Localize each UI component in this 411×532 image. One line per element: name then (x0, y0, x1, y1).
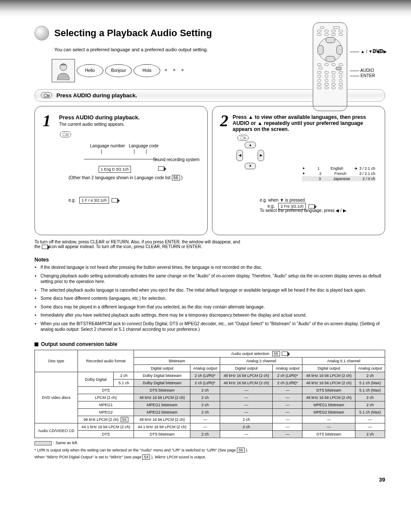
person-icon (52, 59, 75, 82)
table-legend: : Same as left. (34, 441, 385, 445)
disc-badge: DVD (373, 48, 383, 54)
step-2-number: 2 (220, 112, 228, 129)
step-2-title: Press ▲ to view other available language… (233, 114, 377, 132)
remote-illustration: ▲ / ▼ / ◀ / ▶ AUDIO ENTER (313, 22, 347, 111)
step-1-panel: 1 Press AUDIO during playback. The curre… (34, 106, 208, 235)
callout-audio: AUDIO (350, 68, 374, 73)
page-number: 39 (34, 476, 385, 483)
audio-pill-icon: ◯)) (41, 92, 52, 98)
step-1-sub: The current audio setting appears. (59, 122, 140, 127)
playback-icon (308, 204, 314, 208)
select-note: To select the preferred language, press … (260, 208, 359, 213)
notes-section: Notes If the desired language is not hea… (34, 257, 385, 333)
callout-enter: ENTER (350, 73, 375, 78)
note-item: When you use the BITSTREAM/PCM jack to c… (40, 321, 385, 333)
note-item: Immediately after you have switched play… (40, 312, 385, 318)
sphere-icon (34, 26, 49, 40)
note-item: Changing playback audio setting automati… (40, 273, 385, 285)
table-title: Output sound conversion table (34, 341, 385, 347)
step-2-panel: 2 Press ▲ to view other available langua… (212, 106, 385, 235)
language-list: ✦1English🕩 3 / 2.1 ch ✦2French3 / 2.1 ch… (302, 166, 375, 181)
lang-list-caption: e.g. when ▼ is pressed. (260, 198, 306, 202)
page-title: Selecting a Playback Audio Setting (54, 28, 212, 39)
bubble-1: Hello (77, 64, 103, 77)
playback-icon (158, 166, 164, 171)
notes-heading: Notes (34, 257, 385, 263)
example-prefix: e.g. (68, 198, 76, 202)
step-1-title: Press AUDIO during playback. (59, 114, 140, 121)
ellipsis-icon: • • • (165, 66, 186, 75)
page-subtitle: You can select a preferred language and … (54, 47, 222, 53)
dpad-icon: ▲▼◀▶ (237, 143, 263, 168)
table-footnote: * Lt/Rt is output only when the setting … (34, 448, 385, 452)
note-item: Some discs have different contents (lang… (40, 296, 385, 302)
playback-icon (282, 352, 288, 356)
note-item: Some discs may be played in a different … (40, 304, 385, 310)
close-window-note: To turn off the window, press CLEAR or R… (34, 240, 385, 249)
table-pcm96-note: When "96kHz PCM Digital Output" is set t… (34, 455, 385, 459)
note-item: The selected playback audio language is … (40, 287, 385, 293)
step-1-number: 1 (43, 112, 55, 129)
audio-pill-icon: ◯)) (237, 135, 249, 141)
bubble-3: Hola (134, 64, 160, 77)
playback-icon (42, 245, 48, 249)
action-bar-text: Press AUDIO during playback. (56, 92, 137, 99)
dpad-icon (318, 37, 342, 62)
playback-icon (112, 198, 118, 202)
audio-pill-icon: ◯)) (60, 131, 71, 137)
output-table: Disc type Recorded audio format Audio ou… (34, 350, 385, 439)
header-gradient (0, 0, 411, 17)
bubble-2: Bonjour (105, 64, 132, 77)
osd-diagram: Language number Language code Sound reco… (81, 146, 199, 193)
note-item: If the desired language is not heard aft… (40, 264, 385, 271)
audio-button-icon (336, 67, 342, 70)
enter-button-icon (318, 67, 323, 69)
